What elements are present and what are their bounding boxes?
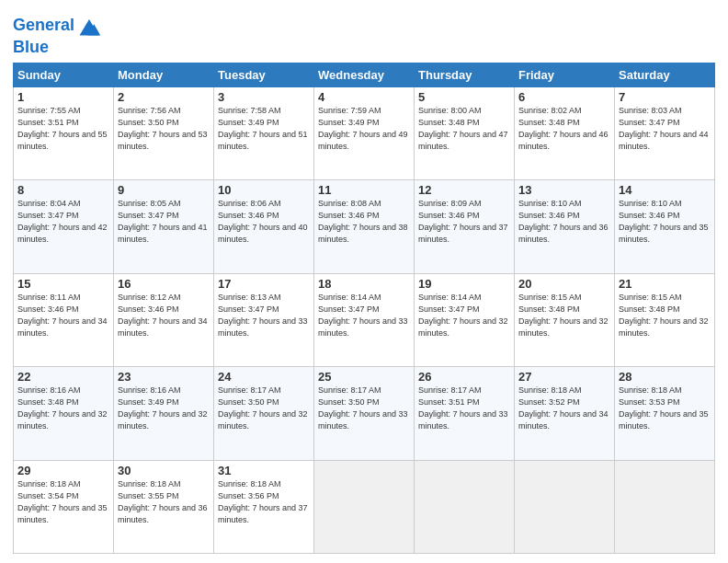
table-row: 25 Sunrise: 8:17 AM Sunset: 3:50 PM Dayl… (314, 367, 415, 460)
table-row: 7 Sunrise: 8:03 AM Sunset: 3:47 PM Dayli… (615, 86, 715, 179)
page: General Blue Sunday Monday Tuesday Wedne… (0, 0, 728, 563)
logo-text2: Blue (13, 39, 102, 57)
table-row: 28 Sunrise: 8:18 AM Sunset: 3:53 PM Dayl… (615, 367, 715, 460)
table-row: 11 Sunrise: 8:08 AM Sunset: 3:46 PM Dayl… (314, 180, 415, 273)
table-row: 23 Sunrise: 8:16 AM Sunset: 3:49 PM Dayl… (114, 367, 214, 460)
table-row: 30 Sunrise: 8:18 AM Sunset: 3:55 PM Dayl… (114, 460, 214, 553)
table-row: 4 Sunrise: 7:59 AM Sunset: 3:49 PM Dayli… (314, 86, 415, 179)
table-row: 17 Sunrise: 8:13 AM Sunset: 3:47 PM Dayl… (214, 273, 314, 366)
table-row: 2 Sunrise: 7:56 AM Sunset: 3:50 PM Dayli… (114, 86, 214, 179)
table-row: 3 Sunrise: 7:58 AM Sunset: 3:49 PM Dayli… (214, 86, 314, 179)
calendar-week-3: 15 Sunrise: 8:11 AM Sunset: 3:46 PM Dayl… (14, 273, 715, 366)
table-row: 8 Sunrise: 8:04 AM Sunset: 3:47 PM Dayli… (14, 180, 114, 273)
table-row: 14 Sunrise: 8:10 AM Sunset: 3:46 PM Dayl… (615, 180, 715, 273)
logo-icon (76, 13, 102, 39)
col-friday: Friday (515, 63, 615, 86)
col-monday: Monday (114, 63, 214, 86)
empty-cell (615, 460, 715, 553)
table-row: 19 Sunrise: 8:14 AM Sunset: 3:47 PM Dayl… (415, 273, 515, 366)
table-row: 6 Sunrise: 8:02 AM Sunset: 3:48 PM Dayli… (515, 86, 615, 179)
calendar-header-row: Sunday Monday Tuesday Wednesday Thursday… (14, 63, 715, 86)
col-wednesday: Wednesday (314, 63, 415, 86)
logo-text: General (13, 17, 74, 35)
table-row: 18 Sunrise: 8:14 AM Sunset: 3:47 PM Dayl… (314, 273, 415, 366)
table-row: 24 Sunrise: 8:17 AM Sunset: 3:50 PM Dayl… (214, 367, 314, 460)
calendar-week-4: 22 Sunrise: 8:16 AM Sunset: 3:48 PM Dayl… (14, 367, 715, 460)
table-row: 1 Sunrise: 7:55 AM Sunset: 3:51 PM Dayli… (14, 86, 114, 179)
table-row: 20 Sunrise: 8:15 AM Sunset: 3:48 PM Dayl… (515, 273, 615, 366)
table-row: 31 Sunrise: 8:18 AM Sunset: 3:56 PM Dayl… (214, 460, 314, 553)
col-tuesday: Tuesday (214, 63, 314, 86)
calendar-week-5: 29 Sunrise: 8:18 AM Sunset: 3:54 PM Dayl… (14, 460, 715, 553)
table-row: 13 Sunrise: 8:10 AM Sunset: 3:46 PM Dayl… (515, 180, 615, 273)
table-row: 15 Sunrise: 8:11 AM Sunset: 3:46 PM Dayl… (14, 273, 114, 366)
empty-cell (314, 460, 415, 553)
table-row: 10 Sunrise: 8:06 AM Sunset: 3:46 PM Dayl… (214, 180, 314, 273)
table-row: 16 Sunrise: 8:12 AM Sunset: 3:46 PM Dayl… (114, 273, 214, 366)
table-row: 9 Sunrise: 8:05 AM Sunset: 3:47 PM Dayli… (114, 180, 214, 273)
table-row: 22 Sunrise: 8:16 AM Sunset: 3:48 PM Dayl… (14, 367, 114, 460)
table-row: 29 Sunrise: 8:18 AM Sunset: 3:54 PM Dayl… (14, 460, 114, 553)
col-thursday: Thursday (415, 63, 515, 86)
table-row: 12 Sunrise: 8:09 AM Sunset: 3:46 PM Dayl… (415, 180, 515, 273)
header: General Blue (13, 9, 715, 57)
empty-cell (515, 460, 615, 553)
col-saturday: Saturday (615, 63, 715, 86)
table-row: 21 Sunrise: 8:15 AM Sunset: 3:48 PM Dayl… (615, 273, 715, 366)
calendar-week-1: 1 Sunrise: 7:55 AM Sunset: 3:51 PM Dayli… (14, 86, 715, 179)
table-row: 27 Sunrise: 8:18 AM Sunset: 3:52 PM Dayl… (515, 367, 615, 460)
calendar-week-2: 8 Sunrise: 8:04 AM Sunset: 3:47 PM Dayli… (14, 180, 715, 273)
empty-cell (415, 460, 515, 553)
calendar: Sunday Monday Tuesday Wednesday Thursday… (13, 63, 715, 554)
col-sunday: Sunday (14, 63, 114, 86)
logo: General Blue (13, 13, 102, 57)
table-row: 26 Sunrise: 8:17 AM Sunset: 3:51 PM Dayl… (415, 367, 515, 460)
table-row: 5 Sunrise: 8:00 AM Sunset: 3:48 PM Dayli… (415, 86, 515, 179)
